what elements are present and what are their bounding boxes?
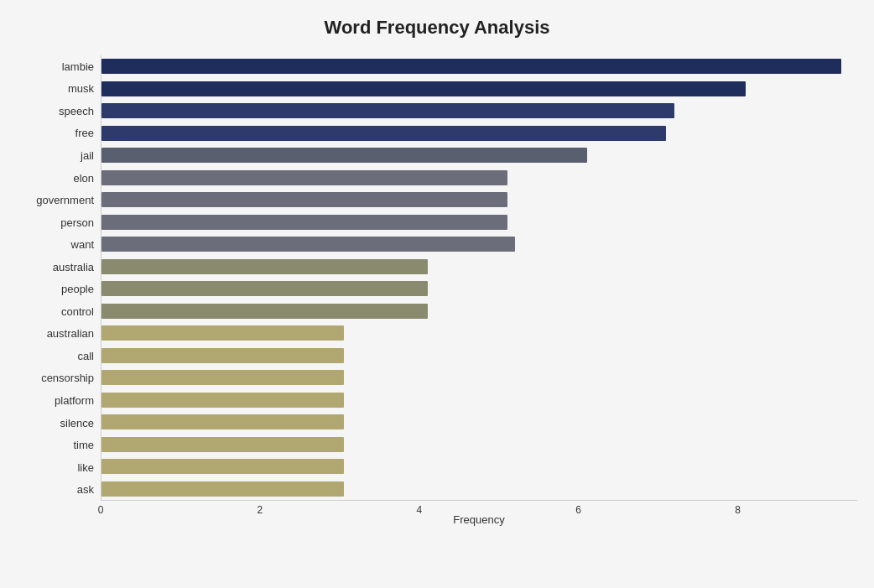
y-label-control: control — [61, 306, 94, 317]
bar-row-platform — [101, 391, 857, 409]
bar-australian — [101, 325, 344, 341]
y-label-want: want — [71, 239, 94, 250]
y-label-australia: australia — [53, 262, 94, 273]
y-label-australian: australian — [47, 328, 94, 339]
bar-row-call — [101, 346, 857, 365]
y-label-time: time — [73, 440, 94, 450]
y-label-musk: musk — [68, 83, 94, 94]
bar-row-censorship — [101, 368, 857, 387]
bar-row-time — [101, 435, 857, 454]
bar-row-speech — [101, 101, 857, 120]
bar-row-want — [101, 235, 857, 253]
y-label-free: free — [75, 127, 94, 138]
x-tick-0: 0 — [96, 504, 106, 516]
y-label-person: person — [60, 217, 94, 228]
bar-free — [101, 126, 666, 141]
y-label-speech: speech — [59, 106, 94, 117]
x-tick-4: 4 — [414, 504, 424, 516]
y-label-censorship: censorship — [41, 372, 94, 383]
y-label-government: government — [36, 195, 94, 206]
bar-row-people — [101, 279, 857, 298]
y-label-jail: jail — [81, 150, 94, 161]
x-tick-2: 2 — [255, 504, 265, 516]
bar-row-australia — [101, 258, 857, 276]
x-tick-8: 8 — [733, 504, 743, 516]
bar-row-ask — [101, 480, 857, 498]
bar-time — [101, 437, 344, 452]
bar-row-lambie — [101, 57, 857, 75]
y-labels: lambiemuskspeechfreejailelongovernmentpe… — [17, 55, 101, 526]
bar-speech — [101, 103, 674, 118]
y-label-people: people — [61, 284, 94, 294]
bar-silence — [101, 414, 344, 429]
y-label-call: call — [77, 351, 94, 362]
bar-control — [101, 304, 428, 319]
bar-want — [101, 237, 515, 252]
bar-person — [101, 215, 507, 230]
bar-row-control — [101, 302, 857, 320]
bar-row-like — [101, 457, 857, 476]
x-axis-label: Frequency — [101, 513, 857, 526]
bar-government — [101, 192, 507, 207]
bar-elon — [101, 170, 507, 185]
bar-row-musk — [101, 80, 857, 98]
bar-call — [101, 348, 344, 363]
bar-row-elon — [101, 169, 857, 187]
bar-row-jail — [101, 146, 857, 164]
bar-people — [101, 281, 428, 296]
bar-ask — [101, 481, 344, 497]
bar-row-australian — [101, 324, 857, 342]
y-label-like: like — [77, 462, 94, 473]
bars-and-x: 02468 Frequency — [101, 55, 857, 526]
y-label-ask: ask — [77, 484, 94, 495]
y-label-silence: silence — [60, 418, 94, 429]
y-label-platform: platform — [55, 395, 94, 406]
bar-lambie — [101, 59, 841, 74]
bar-jail — [101, 148, 587, 163]
y-label-elon: elon — [73, 173, 94, 184]
bar-australia — [101, 259, 428, 274]
bar-row-free — [101, 124, 857, 143]
chart-container: Word Frequency Analysis lambiemuskspeech… — [0, 0, 874, 588]
bar-row-person — [101, 213, 857, 232]
bars-area — [101, 55, 857, 501]
bar-platform — [101, 393, 344, 408]
bar-like — [101, 459, 344, 474]
chart-title: Word Frequency Analysis — [17, 17, 857, 39]
bar-row-silence — [101, 413, 857, 431]
bar-row-government — [101, 190, 857, 209]
bar-musk — [101, 81, 746, 96]
x-tick-6: 6 — [574, 504, 584, 516]
x-axis: 02468 Frequency — [101, 501, 857, 526]
y-label-lambie: lambie — [62, 61, 94, 72]
bar-censorship — [101, 370, 344, 385]
chart-area: lambiemuskspeechfreejailelongovernmentpe… — [17, 55, 857, 526]
